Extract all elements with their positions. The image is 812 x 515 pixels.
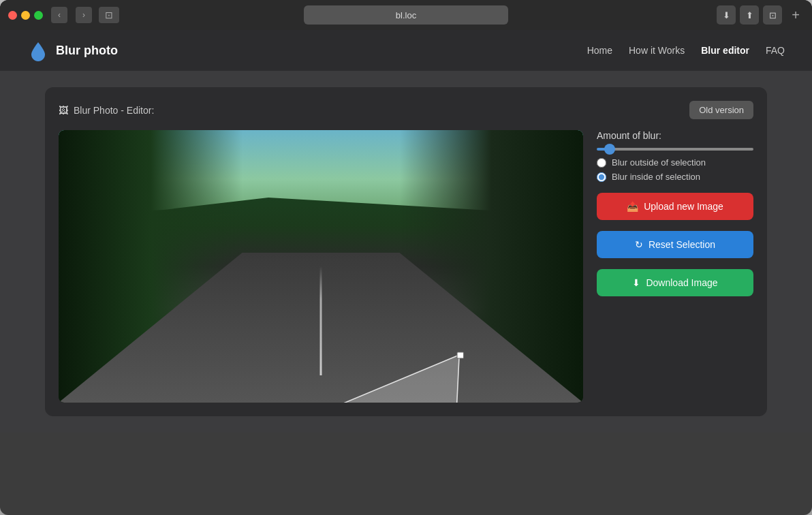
reset-icon: ↻ (635, 239, 643, 250)
radio-outside-label: Blur outside of selection (612, 157, 706, 168)
close-button[interactable] (8, 11, 17, 20)
blur-slider[interactable] (597, 148, 753, 151)
reset-label: Reset Selection (649, 239, 715, 250)
scene (59, 130, 583, 403)
radio-inside[interactable]: Blur inside of selection (597, 172, 753, 182)
app-title: Blur photo (56, 44, 118, 58)
download-button[interactable]: ⬇ Download Image (597, 269, 753, 296)
nav-forward-button[interactable]: › (76, 7, 92, 23)
radio-inside-input[interactable] (597, 172, 606, 182)
download-label: Download Image (646, 277, 717, 288)
upload-label: Upload new Image (644, 201, 723, 212)
blur-label: Amount of blur: (597, 130, 753, 141)
download-icon: ⬇ (632, 277, 640, 288)
nav-home[interactable]: Home (587, 45, 612, 56)
url-bar[interactable]: bl.loc (304, 5, 508, 25)
editor-card: 🖼 Blur Photo - Editor: Old version (45, 87, 767, 416)
upload-button[interactable]: 📤 Upload new Image (597, 193, 753, 220)
nav-how-it-works[interactable]: How it Works (629, 45, 685, 56)
logo-icon (27, 40, 49, 61)
fullscreen-button[interactable] (34, 11, 43, 20)
reader-mode-icon[interactable]: ⊡ (763, 5, 782, 25)
radio-outside-input[interactable] (597, 158, 606, 168)
image-area[interactable] (59, 130, 583, 403)
radio-inside-label: Blur inside of selection (612, 172, 700, 182)
share-icon[interactable]: ⬆ (740, 5, 759, 25)
nav-faq[interactable]: FAQ (766, 45, 785, 56)
new-tab-button[interactable]: + (787, 7, 804, 23)
controls-panel: Amount of blur: Blur outside of selectio… (597, 130, 753, 296)
old-version-button[interactable]: Old version (689, 101, 753, 119)
download-status-icon[interactable]: ⬇ (717, 5, 736, 25)
editor-title-area: 🖼 Blur Photo - Editor: (59, 105, 154, 116)
editor-body: Amount of blur: Blur outside of selectio… (59, 130, 753, 403)
tab-layout-button[interactable]: ⊡ (99, 7, 119, 23)
browser-window: ‹ › ⊡ bl.loc ⬇ ⬆ ⊡ + Blur photo Home How… (0, 0, 812, 515)
radio-group: Blur outside of selection Blur inside of… (597, 157, 753, 182)
nav-links: Home How it Works Blur editor FAQ (587, 45, 785, 56)
upload-icon: 📤 (627, 201, 638, 212)
traffic-lights (8, 11, 43, 20)
reset-button[interactable]: ↻ Reset Selection (597, 231, 753, 258)
editor-header: 🖼 Blur Photo - Editor: Old version (59, 101, 753, 119)
app-header: Blur photo Home How it Works Blur editor… (0, 30, 812, 71)
nav-blur-editor[interactable]: Blur editor (701, 45, 749, 56)
editor-icon: 🖼 (59, 105, 68, 116)
nav-back-button[interactable]: ‹ (51, 7, 67, 23)
minimize-button[interactable] (21, 11, 30, 20)
blur-section: Amount of blur: Blur outside of selectio… (597, 130, 753, 182)
browser-titlebar: ‹ › ⊡ bl.loc ⬇ ⬆ ⊡ + (0, 0, 812, 30)
road-line (320, 266, 322, 375)
browser-actions: ⬇ ⬆ ⊡ (717, 5, 782, 25)
editor-title-text: Blur Photo - Editor: (74, 105, 154, 116)
road-image (59, 130, 583, 403)
main-content: 🖼 Blur Photo - Editor: Old version (0, 71, 812, 433)
radio-outside[interactable]: Blur outside of selection (597, 157, 753, 168)
url-text: bl.loc (396, 10, 416, 20)
logo-area: Blur photo (27, 40, 118, 61)
